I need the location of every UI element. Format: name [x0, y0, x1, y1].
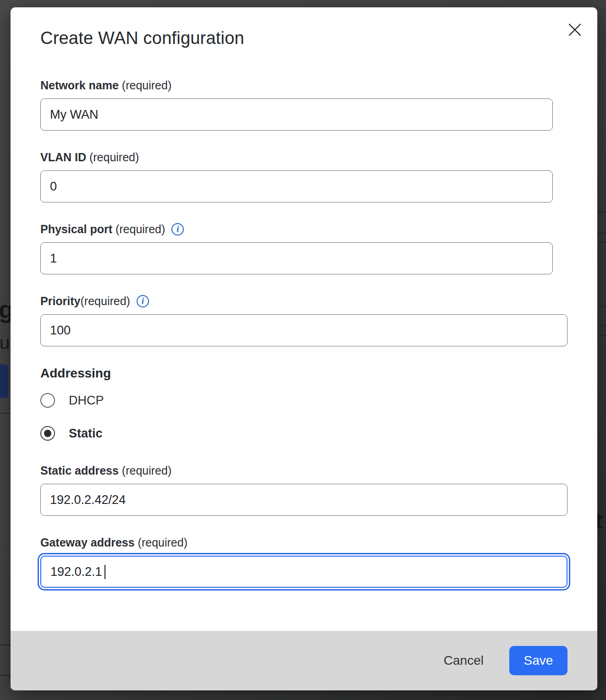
- background-divider: [597, 325, 606, 326]
- close-button[interactable]: [564, 19, 585, 40]
- background-divider: [597, 241, 606, 242]
- save-button[interactable]: Save: [509, 646, 567, 675]
- radio-label-static: Static: [69, 427, 103, 441]
- background-divider: [0, 645, 11, 645]
- network-name-input[interactable]: [40, 98, 553, 131]
- network-name-label: Network name (required): [40, 78, 567, 93]
- dialog-title: Create WAN configuration: [40, 27, 567, 49]
- background-text-fragment: g: [0, 295, 11, 323]
- static-address-label: Static address (required): [40, 463, 567, 478]
- gateway-address-input[interactable]: [40, 556, 567, 588]
- radio-option-dhcp[interactable]: DHCP: [40, 393, 567, 408]
- vlan-id-label: VLAN ID (required): [40, 150, 567, 164]
- vlan-id-input[interactable]: [40, 170, 553, 202]
- backdrop-left-strip: g u: [0, 0, 11, 700]
- radio-dot: [44, 430, 51, 437]
- field-gateway-address: Gateway address (required): [40, 535, 567, 588]
- background-text-fragment: u: [0, 333, 10, 353]
- info-icon[interactable]: i: [171, 223, 184, 235]
- radio-circle-selected[interactable]: [40, 426, 55, 441]
- background-divider: [0, 675, 11, 676]
- field-network-name: Network name (required): [40, 78, 567, 131]
- background-blue-block: [0, 364, 8, 398]
- gateway-input-wrap: [40, 556, 567, 588]
- radio-option-static[interactable]: Static: [40, 426, 567, 441]
- background-divider: [597, 335, 606, 336]
- dialog-body: Create WAN configuration Network name (r…: [11, 7, 597, 631]
- background-text-fragment: t: [597, 508, 603, 534]
- dialog-footer: Cancel Save: [11, 631, 597, 690]
- field-static-address: Static address (required): [40, 463, 567, 516]
- physical-port-label: Physical port (required) i: [40, 222, 567, 236]
- radio-circle-unselected[interactable]: [40, 393, 55, 408]
- priority-label: Priority(required) i: [40, 294, 567, 308]
- backdrop-right-strip: t: [597, 0, 606, 700]
- background-divider: [597, 212, 606, 213]
- field-vlan-id: VLAN ID (required): [40, 150, 567, 202]
- background-divider: [0, 413, 11, 414]
- static-address-input[interactable]: [40, 484, 567, 516]
- close-icon: [568, 23, 581, 36]
- priority-input[interactable]: [40, 314, 567, 346]
- screen: g u t Create WAN configuration N: [0, 0, 606, 700]
- info-icon[interactable]: i: [137, 295, 149, 307]
- background-divider: [597, 306, 606, 307]
- field-physical-port: Physical port (required) i: [40, 222, 567, 274]
- create-wan-configuration-dialog: Create WAN configuration Network name (r…: [11, 7, 597, 690]
- cancel-button[interactable]: Cancel: [442, 650, 485, 672]
- background-divider: [597, 233, 606, 234]
- gateway-address-label: Gateway address (required): [40, 535, 567, 550]
- physical-port-input[interactable]: [40, 242, 553, 274]
- radio-label-dhcp: DHCP: [69, 394, 104, 408]
- field-priority: Priority(required) i: [40, 294, 567, 346]
- addressing-heading: Addressing: [40, 366, 567, 381]
